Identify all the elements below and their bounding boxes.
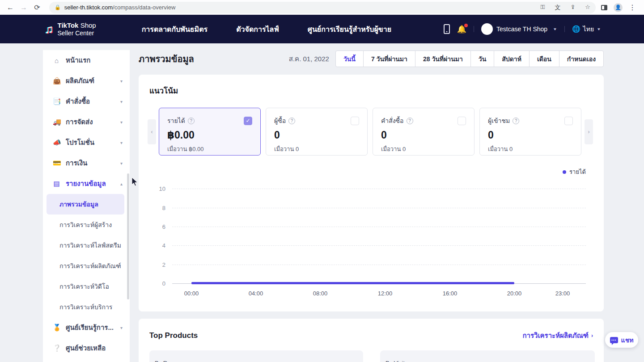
browser-back-button[interactable]: ← <box>4 4 17 12</box>
side-panel-icon[interactable] <box>601 5 607 10</box>
sidebar-item-orders[interactable]: 📑 คำสั่งซื้อ ▾ <box>43 91 130 112</box>
notifications-bell-icon[interactable]: 🔔 <box>457 25 466 34</box>
browser-forward-button[interactable]: → <box>17 4 30 12</box>
sidebar-subitem-creator-analysis[interactable]: การวิเคราะห์ผู้สร้าง <box>43 215 130 235</box>
x-tick-2300: 23:00 <box>555 290 570 297</box>
orders-value: 0 <box>381 129 466 141</box>
sidebar-subitem-service-analysis[interactable]: การวิเคราะห์บริการ <box>43 297 130 317</box>
x-tick-1600: 16:00 <box>443 290 458 297</box>
divider <box>564 26 565 32</box>
help-icon[interactable]: ? <box>288 118 295 124</box>
revenue-checkbox[interactable]: ✓ <box>244 117 252 125</box>
tab-custom[interactable]: กำหนดเอง <box>559 51 603 67</box>
metric-card-buyers[interactable]: ผู้ซื้อ ? 0 เมื่อวาน 0 <box>266 108 368 156</box>
chevron-down-icon: ▾ <box>120 140 123 145</box>
sidebar: ⌂ หน้าแรก 👜 ผลิตภัณฑ์ ▾ 📑 คำสั่งซื้อ ▾ 🚚… <box>43 50 130 362</box>
chevron-down-icon: ▼ <box>553 27 557 31</box>
metric-card-orders[interactable]: คำสั่งซื้อ ? 0 เมื่อวาน 0 <box>373 108 475 156</box>
sidebar-subitem-livestream-analysis[interactable]: การวิเคราะห์ไลฟ์สตรีม <box>43 235 130 256</box>
sidebar-item-finance[interactable]: 💳 การเงิน ▾ <box>43 153 130 173</box>
sidebar-item-products[interactable]: 👜 ผลิตภัณฑ์ ▾ <box>43 71 130 91</box>
chevron-down-icon: ▾ <box>120 325 123 330</box>
sidebar-item-data-reports[interactable]: ▤ รายงานข้อมูล ▴ <box>43 173 130 194</box>
sidebar-item-promotion[interactable]: 📣 โปรโมชั่น ▾ <box>43 132 130 153</box>
sidebar-item-shipping[interactable]: 🚚 การจัดส่ง ▾ <box>43 112 130 132</box>
browser-menu-icon[interactable]: ⋮ <box>629 3 636 12</box>
products-icon: 👜 <box>53 77 60 85</box>
tiktok-shop-logo[interactable]: ♫ TikTok Shop Seller Center <box>45 21 96 36</box>
nav-item-affiliate-marketing[interactable]: การตลาดกับพันธมิตร <box>142 24 208 35</box>
shop-avatar <box>481 23 493 35</box>
tab-week[interactable]: สัปดาห์ <box>494 51 529 67</box>
y-tick-6: 6 <box>139 223 165 230</box>
tab-last-28-days[interactable]: 28 วันที่ผ่านมา <box>415 51 470 67</box>
buyers-yesterday: เมื่อวาน 0 <box>274 144 359 154</box>
trend-title: แนวโน้ม <box>149 84 178 97</box>
browser-profile-avatar[interactable]: 👤 <box>614 3 623 12</box>
sidebar-scrollbar[interactable] <box>127 173 129 299</box>
promotion-icon: 📣 <box>53 139 60 147</box>
help-icon[interactable]: ? <box>407 118 413 124</box>
revenue-data-line <box>191 282 514 284</box>
sidebar-subitem-data-overview[interactable]: ภาพรวมข้อมูล <box>47 194 124 215</box>
language-label: ไทย <box>583 24 594 34</box>
tab-month[interactable]: เดือน <box>529 51 559 67</box>
sidebar-item-learning-center[interactable]: 🏅 ศูนย์เรียนรู้การ... ▾ <box>43 317 130 338</box>
home-icon: ⌂ <box>53 57 60 64</box>
chevron-down-icon: ▾ <box>120 161 123 166</box>
revenue-value: ฿0.00 <box>167 129 252 141</box>
chat-label: แชท <box>621 335 634 345</box>
legend-label-revenue: รายได้ <box>569 167 586 177</box>
carousel-left-arrow[interactable]: ‹ <box>148 119 156 144</box>
gridline <box>172 208 586 208</box>
browser-reload-button[interactable]: ⟳ <box>30 3 44 12</box>
share-icon[interactable]: ⇪ <box>570 4 575 12</box>
visitors-value: 0 <box>488 129 573 141</box>
tab-today[interactable]: วันนี้ <box>336 51 363 67</box>
url-path: /compass/data-overview <box>113 4 175 11</box>
translate-icon[interactable]: 文 <box>555 4 560 12</box>
help-icon[interactable]: ? <box>188 118 195 124</box>
finance-icon: 💳 <box>53 159 60 167</box>
orders-checkbox[interactable] <box>458 117 466 125</box>
carousel-right-arrow[interactable]: › <box>585 119 593 144</box>
chat-button[interactable]: ••• แชท <box>605 332 638 348</box>
y-tick-10: 10 <box>139 185 165 192</box>
shipping-icon: 🚚 <box>53 118 60 126</box>
mobile-app-icon[interactable] <box>444 24 450 34</box>
sidebar-item-help-center[interactable]: ❔ ศูนย์ช่วยเหลือ <box>43 338 130 358</box>
tab-last-7-days[interactable]: 7 วันที่ผ่านมา <box>363 51 415 67</box>
tab-day[interactable]: วัน <box>470 51 494 67</box>
shop-name: Testcase TH Shop W <box>496 25 549 33</box>
language-selector[interactable]: 🌐 ไทย ▼ <box>572 24 601 34</box>
nav-item-live-manager[interactable]: ตัวจัดการไลฟ์ <box>236 24 279 35</box>
metric-card-visitors[interactable]: ผู้เข้าชม ? 0 เมื่อวาน 0 <box>479 108 581 156</box>
orders-yesterday: เมื่อวาน 0 <box>381 144 466 154</box>
y-tick-4: 4 <box>139 242 165 249</box>
nav-item-seller-learning-center[interactable]: ศูนย์การเรียนรู้สำหรับผู้ขาย <box>308 24 391 35</box>
chevron-right-icon: › <box>591 333 593 339</box>
bookmark-star-icon[interactable]: ☆ <box>585 4 590 12</box>
page-header: ภาพรวมข้อมูล ส.ค. 01, 2022 วันนี้ 7 วันท… <box>139 51 604 67</box>
product-analysis-link[interactable]: การวิเคราะห์ผลิตภัณฑ์ › <box>522 330 593 341</box>
chevron-down-icon: ▾ <box>120 79 123 84</box>
chart-legend: รายได้ <box>563 167 586 177</box>
logo-text: TikTok Shop Seller Center <box>58 21 96 36</box>
help-icon[interactable]: ? <box>513 118 519 124</box>
learning-center-icon: 🏅 <box>53 324 60 332</box>
sidebar-item-home[interactable]: ⌂ หน้าแรก <box>43 50 130 71</box>
sidebar-subitem-product-analysis[interactable]: การวิเคราะห์ผลิตภัณฑ์ <box>43 256 130 276</box>
password-key-icon[interactable]: ⚿ <box>541 4 545 12</box>
chat-bubble-icon: ••• <box>610 337 618 343</box>
shop-account-menu[interactable]: Testcase TH Shop W ▼ <box>481 23 557 35</box>
sidebar-subitem-video-analysis[interactable]: การวิเคราะห์วิดีโอ <box>43 276 130 297</box>
gridline <box>172 227 586 227</box>
address-bar[interactable]: 🔒 seller-th.tiktok.com/compass/data-over… <box>49 2 596 13</box>
data-report-icon: ▤ <box>53 180 60 188</box>
trend-chart: 10 8 6 4 2 0 00:00 04:00 08:00 12:00 16:… <box>139 182 604 298</box>
visitors-checkbox[interactable] <box>564 117 573 125</box>
top-products-title: Top Products <box>149 331 198 340</box>
metric-card-revenue[interactable]: รายได้ ? ✓ ฿0.00 เมื่อวาน ฿0.00 <box>159 108 261 156</box>
notification-dot <box>464 24 468 27</box>
buyers-checkbox[interactable] <box>351 117 359 125</box>
